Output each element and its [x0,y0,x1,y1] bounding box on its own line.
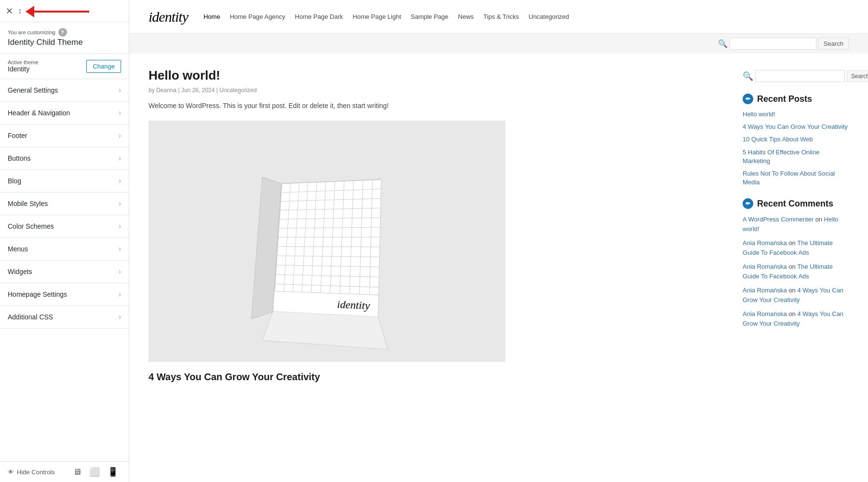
chevron-right-icon: › [119,154,121,163]
recent-comment: Ania Romańska on The Ultimate Guide To F… [743,238,849,257]
chevron-right-icon: › [119,131,121,140]
menu-item-label: Homepage Settings [8,290,67,298]
mobile-view-button[interactable]: 📱 [105,466,121,478]
nav-item-sample-page[interactable]: Sample Page [411,13,448,20]
red-arrow-decoration [27,7,89,15]
nav-item-tips-&-tricks[interactable]: Tips & Tricks [483,13,519,20]
search-bar: 🔍 Search [129,34,868,54]
recent-posts-edit-icon[interactable]: ✏ [743,94,753,104]
sidebar-search-icon: 🔍 [743,71,753,82]
menu-item-label: Header & Navigation [8,109,70,117]
nav-item-home[interactable]: Home [203,13,220,20]
recent-comments-section: ✏ Recent Comments A WordPress Commenter … [743,198,849,328]
nav-item-uncategorized[interactable]: Uncategorized [529,13,569,20]
search-button[interactable]: Search [818,38,849,50]
mobile-icon: 📱 [108,467,118,477]
recent-comments-list: A WordPress Commenter on Hello world!Ani… [743,215,849,328]
menu-item-label: Buttons [8,154,30,162]
recent-post-link[interactable]: 10 Quick Tips About Web [743,135,849,144]
tablet-view-button[interactable]: ⬜ [86,466,103,478]
chevron-right-icon: › [119,313,121,321]
customizer-menu: General Settings›Header & Navigation›Foo… [0,79,129,461]
recent-comment: Ania Romańska on The Ultimate Guide To F… [743,262,849,281]
nav-item-home-page-light[interactable]: Home Page Light [353,13,401,20]
comment-author-link[interactable]: Ania Romańska [743,263,787,270]
comment-author-link[interactable]: Ania Romańska [743,310,787,317]
chevron-right-icon: › [119,86,121,95]
menu-item-additional-css[interactable]: Additional CSS› [0,306,129,329]
recent-post-link[interactable]: Rules Not To Follow About Social Media [743,169,849,187]
eye-icon: 👁 [8,468,14,476]
menu-item-menus[interactable]: Menus› [0,238,129,261]
menu-item-label: General Settings [8,86,58,94]
menu-item-blog[interactable]: Blog› [0,170,129,193]
recent-posts-section: ✏ Recent Posts Hello world!4 Ways You Ca… [743,94,849,187]
recent-post-link[interactable]: 4 Ways You Can Grow Your Creativity [743,123,849,131]
second-article-title: 4 Ways You Can Grow Your Creativity [149,372,723,383]
sidebar-search-input[interactable] [755,70,845,82]
change-theme-button[interactable]: Change [86,60,121,73]
theme-name: Identity Child Theme [8,38,121,47]
search-input[interactable] [730,38,816,50]
article-featured-image: identity [149,121,505,362]
recent-post-link[interactable]: Hello world! [743,110,849,119]
customizing-label: You are customizing ? [8,28,121,37]
recent-comments-edit-icon[interactable]: ✏ [743,198,753,209]
sidebar-search-button[interactable]: Search [847,70,868,82]
customizer-header: You are customizing ? Identity Child The… [0,22,129,54]
menu-item-label: Footer [8,132,27,139]
desktop-view-button[interactable]: 🖥 [70,466,84,478]
main-content: Hello world! by Deanna | Jun 26, 2024 | … [149,68,723,468]
customizer-top-bar: ✕ ↕ [0,0,129,22]
customizer-footer: 👁 Hide Controls 🖥 ⬜ 📱 [0,461,129,482]
recent-comments-label: Recent Comments [757,199,833,209]
box-bottom [262,311,388,350]
chevron-right-icon: › [119,177,121,185]
tablet-icon: ⬜ [89,467,100,477]
hide-controls-button[interactable]: 👁 Hide Controls [8,468,55,476]
comment-author-link[interactable]: Ania Romańska [743,287,787,294]
recent-posts-title: ✏ Recent Posts [743,94,849,104]
comment-author-link[interactable]: A WordPress Commenter [743,216,814,223]
content-area: Hello world! by Deanna | Jun 26, 2024 | … [129,54,868,482]
chevron-right-icon: › [119,267,121,276]
customizer-panel: ✕ ↕ You are customizing ? Identity Child… [0,0,129,482]
chevron-right-icon: › [119,290,121,299]
menu-item-header-&-navigation[interactable]: Header & Navigation› [0,102,129,124]
menu-item-label: Menus [8,245,28,253]
nav-item-home-page-agency[interactable]: Home Page Agency [230,13,285,20]
help-icon[interactable]: ? [58,28,67,37]
nav-item-news[interactable]: News [458,13,474,20]
menu-item-label: Blog [8,177,21,185]
menu-item-label: Additional CSS [8,313,53,321]
article-title: Hello world! [149,68,723,83]
chevron-right-icon: › [119,222,121,231]
nav-item-home-page-dark[interactable]: Home Page Dark [295,13,343,20]
close-icon: ✕ [6,6,13,16]
active-theme-info: Active theme Identity [8,59,39,73]
active-theme-label: Active theme [8,59,39,65]
menu-item-general-settings[interactable]: General Settings› [0,79,129,102]
comment-author-link[interactable]: Ania Romańska [743,239,787,247]
preview-area: identity HomeHome Page AgencyHome Page D… [129,0,868,482]
customizing-text: You are customizing [8,29,55,35]
search-icon: 🔍 [718,39,728,48]
recent-post-link[interactable]: 5 Habits Of Effective Online Marketing [743,148,849,165]
active-theme-value: Identity [8,65,39,73]
article-intro: Welcome to WordPress. This is your first… [149,100,723,111]
menu-item-widgets[interactable]: Widgets› [0,261,129,283]
reorder-button[interactable]: ↕ [18,7,22,15]
hide-controls-label: Hide Controls [17,468,55,476]
recent-comment: Ania Romańska on 4 Ways You Can Grow You… [743,309,849,328]
recent-comment: Ania Romańska on 4 Ways You Can Grow You… [743,286,849,304]
close-button[interactable]: ✕ [6,6,13,16]
menu-item-mobile-styles[interactable]: Mobile Styles› [0,193,129,215]
active-theme-section: Active theme Identity Change [0,54,129,79]
menu-item-homepage-settings[interactable]: Homepage Settings› [0,283,129,306]
recent-posts-label: Recent Posts [757,94,812,104]
menu-item-footer[interactable]: Footer› [0,124,129,147]
menu-item-buttons[interactable]: Buttons› [0,147,129,170]
menu-item-color-schemes[interactable]: Color Schemes› [0,215,129,238]
reorder-icon: ↕ [18,7,22,15]
site-logo[interactable]: identity [149,9,188,25]
